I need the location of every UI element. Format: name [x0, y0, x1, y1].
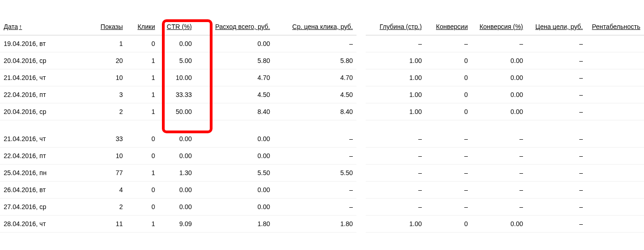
- table-row: 19.04.2016, вт100.000.00–––––: [0, 35, 644, 52]
- col-header-spend[interactable]: Расход всего, руб.: [196, 18, 274, 35]
- cell-conversion-pct: 0.00: [472, 215, 527, 232]
- table-row: 21.04.2016, чт10110.004.704.701.0000.00–: [0, 69, 644, 86]
- cell-clicks: 1: [126, 69, 159, 86]
- cell-spend: 0.00: [196, 131, 274, 148]
- cell-spend: 5.80: [196, 52, 274, 69]
- cell-date: 27.04.2016, ср: [0, 198, 85, 215]
- cell-spend: 0.00: [196, 198, 274, 215]
- cell-goal-price: –: [527, 131, 586, 148]
- cell-shows: 77: [85, 164, 126, 181]
- cell-roi: [586, 198, 644, 215]
- col-header-shows[interactable]: Показы: [85, 18, 126, 35]
- cell-conversion-pct: –: [472, 35, 527, 52]
- cell-roi: [586, 52, 644, 69]
- table-row: [0, 120, 644, 131]
- table-row: 22.04.2016, пт1000.000.00–––––: [0, 147, 644, 164]
- cell-ctr: 33.33: [159, 86, 196, 103]
- cell-conversions: –: [426, 164, 472, 181]
- cell-roi: [586, 86, 644, 103]
- cell-goal-price: –: [527, 215, 586, 232]
- cell-shows: 33: [85, 131, 126, 148]
- cell-cpc: –: [274, 35, 356, 52]
- table-row: 20.04.2016, ср2150.008.408.401.0000.00–: [0, 103, 644, 120]
- cell-date: 21.04.2016, чт: [0, 131, 85, 148]
- cell-conversion-pct: –: [472, 198, 527, 215]
- cell-conversion-pct: –: [472, 181, 527, 198]
- cell-depth: 1.00: [366, 215, 426, 232]
- cell-roi: [586, 164, 644, 181]
- col-header-date[interactable]: Дата↑: [0, 18, 85, 35]
- cell-conversions: 0: [426, 103, 472, 120]
- cell-sep: [356, 198, 366, 215]
- cell-roi: [586, 35, 644, 52]
- cell-conversion-pct: –: [472, 164, 527, 181]
- table-row: 26.04.2016, вт400.000.00–––––: [0, 181, 644, 198]
- cell-cpc: –: [274, 131, 356, 148]
- cell-goal-price: –: [527, 69, 586, 86]
- sort-ascending-icon: ↑: [18, 23, 22, 30]
- col-header-conversions[interactable]: Конверсии: [426, 18, 472, 35]
- cell-ctr: 0.00: [159, 198, 196, 215]
- cell-conversions: –: [426, 131, 472, 148]
- stats-table: Дата↑ Показы Клики CTR (%) Расход всего,…: [0, 18, 644, 233]
- cell-clicks: 0: [126, 147, 159, 164]
- cell-shows: 3: [85, 86, 126, 103]
- cell-spend: 1.80: [196, 215, 274, 232]
- cell-date: 20.04.2016, ср: [0, 103, 85, 120]
- cell-cpc: 4.70: [274, 69, 356, 86]
- col-header-conversion-pct[interactable]: Конверсия (%): [472, 18, 527, 35]
- table-row: 25.04.2016, пн7711.305.505.50––––: [0, 164, 644, 181]
- cell-conversion-pct: 0.00: [472, 52, 527, 69]
- cell-cpc: –: [274, 147, 356, 164]
- cell-goal-price: –: [527, 52, 586, 69]
- cell-cpc: 5.80: [274, 52, 356, 69]
- col-header-roi[interactable]: Рентабельность: [586, 18, 644, 35]
- cell-conversion-pct: –: [472, 147, 527, 164]
- cell-ctr: 50.00: [159, 103, 196, 120]
- table-row: 22.04.2016, пт3133.334.504.501.0000.00–: [0, 86, 644, 103]
- col-header-depth[interactable]: Глубина (стр.): [366, 18, 426, 35]
- cell-spend: 0.00: [196, 147, 274, 164]
- cell-depth: –: [366, 181, 426, 198]
- cell-conversions: –: [426, 147, 472, 164]
- cell-goal-price: –: [527, 147, 586, 164]
- stats-table-body: 19.04.2016, вт100.000.00–––––20.04.2016,…: [0, 35, 644, 233]
- cell-roi: [586, 147, 644, 164]
- cell-goal-price: –: [527, 86, 586, 103]
- cell-date: 21.04.2016, чт: [0, 69, 85, 86]
- cell-depth: –: [366, 35, 426, 52]
- cell-clicks: 0: [126, 131, 159, 148]
- cell-goal-price: –: [527, 103, 586, 120]
- cell-conversion-pct: –: [472, 131, 527, 148]
- cell-sep: [356, 147, 366, 164]
- cell-roi: [586, 131, 644, 148]
- cell-spend: 8.40: [196, 103, 274, 120]
- cell-conversion-pct: 0.00: [472, 86, 527, 103]
- cell-cpc: –: [274, 198, 356, 215]
- cell-sep: [356, 69, 366, 86]
- col-header-ctr[interactable]: CTR (%): [159, 18, 196, 35]
- cell-date: 20.04.2016, ср: [0, 52, 85, 69]
- cell-shows: 2: [85, 103, 126, 120]
- cell-clicks: 1: [126, 86, 159, 103]
- cell-depth: –: [366, 131, 426, 148]
- col-header-cpc[interactable]: Ср. цена клика, руб.: [274, 18, 356, 35]
- cell-sep: [356, 215, 366, 232]
- cell-clicks: 0: [126, 35, 159, 52]
- cell-roi: [586, 103, 644, 120]
- col-header-goal-price[interactable]: Цена цели, руб.: [527, 18, 586, 35]
- cell-ctr: 1.30: [159, 164, 196, 181]
- cell-cpc: 8.40: [274, 103, 356, 120]
- cell-goal-price: –: [527, 35, 586, 52]
- col-header-clicks[interactable]: Клики: [126, 18, 159, 35]
- cell-ctr: 0.00: [159, 35, 196, 52]
- stats-table-wrap: Дата↑ Показы Клики CTR (%) Расход всего,…: [0, 0, 644, 233]
- cell-cpc: –: [274, 181, 356, 198]
- table-row: 28.04.2016, чт1119.091.801.801.0000.00–: [0, 215, 644, 232]
- cell-goal-price: –: [527, 164, 586, 181]
- cell-sep: [356, 164, 366, 181]
- cell-conversions: 0: [426, 86, 472, 103]
- cell-date: 22.04.2016, пт: [0, 147, 85, 164]
- cell-clicks: 0: [126, 181, 159, 198]
- cell-sep: [356, 86, 366, 103]
